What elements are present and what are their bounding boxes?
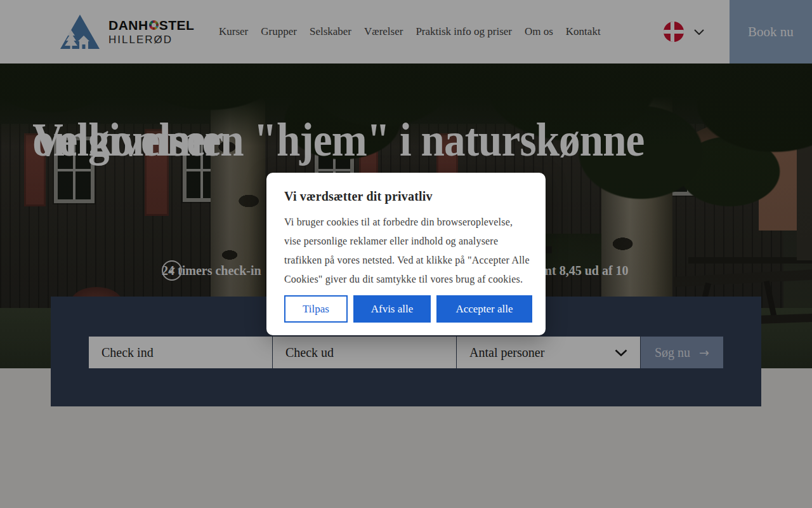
cookie-body-line: trafikken på vores netsted. Ved at klikk… [284, 251, 528, 270]
cookie-reject-button[interactable]: Afvis alle [353, 295, 431, 323]
cookie-body-line: Vi bruger cookies til at forbedre din br… [284, 213, 528, 232]
cookie-customize-button[interactable]: Tilpas [284, 295, 348, 323]
cookie-body-line: vise personlige reklamer eller indhold o… [284, 232, 528, 251]
cookie-title: Vi værdsætter dit privatliv [284, 189, 528, 204]
cookie-body-line: Cookies" giver du dit samtykke til vores… [284, 270, 528, 289]
cookie-accept-button[interactable]: Accepter alle [436, 295, 532, 323]
cookie-body: Vi bruger cookies til at forbedre din br… [284, 213, 528, 289]
cookie-consent-dialog: Vi værdsætter dit privatliv Vi bruger co… [266, 173, 546, 335]
cookie-actions: Tilpas Afvis alle Accepter alle [284, 295, 532, 323]
danhostel-homepage: DANHSTEL HILLERØD Kurser Grupper Selskab… [0, 0, 812, 508]
